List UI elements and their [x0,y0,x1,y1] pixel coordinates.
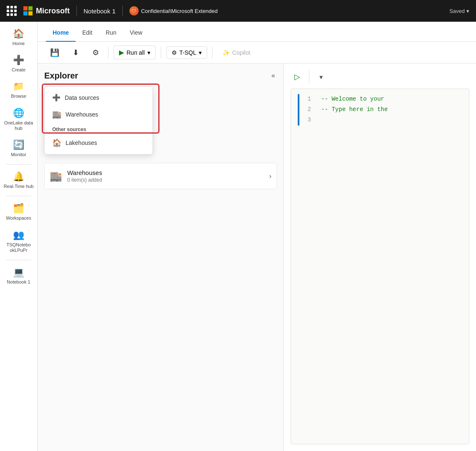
sidebar-item-home[interactable]: 🏠 Home [2,25,35,50]
sidebar-item-create-label: Create [12,67,25,73]
copilot-icon: ✨ [223,49,230,56]
shield-icon: 🛡 [129,6,139,15]
blue-bar [298,94,299,126]
sidebar-divider-3 [6,260,31,260]
code-line-2: 2 -- Type here in the [303,104,388,115]
app-grid-icon[interactable] [7,6,17,16]
code-run-button[interactable]: ▷ [291,70,304,84]
code-dropdown-button[interactable]: ▾ [314,70,328,84]
microsoft-label: Microsoft [36,7,70,15]
sidebar-item-tsqnotebook-label: TSQNotebo okLPuPr [4,242,34,253]
warehouses-list-info: Warehouses 0 item(s) added [67,169,102,183]
run-all-dropdown-icon: ▾ [147,49,150,56]
warehouses-list-title: Warehouses [67,169,102,176]
download-icon: ⬇ [73,48,79,57]
tab-edit[interactable]: Edit [76,24,99,42]
sidebar-item-onelake[interactable]: 🌐 OneLake data hub [2,104,35,134]
explorer-panel: Explorer « ➕ Data sources 🏬 Warehouses O… [38,63,284,451]
warehouses-list-left: 🏬 Warehouses 0 item(s) added [50,169,102,183]
toolbar-divider-3 [212,47,213,58]
toolbar-divider-2 [161,47,161,58]
content-area: Home Edit Run View 💾 ⬇ ⚙ ▶ Run all ▾ [38,22,476,451]
sidebar-item-browse[interactable]: 📁 Browse [2,78,35,102]
code-editor[interactable]: 1 -- Welcome to your 2 -- Type here in t… [291,89,469,444]
lakehouse-icon: 🏠 [52,138,61,147]
line-number-2: 2 [303,104,311,115]
tab-view[interactable]: View [123,24,149,42]
other-sources-label: Other sources [47,123,150,134]
data-sources-label: Data sources [65,94,99,101]
sidebar: 🏠 Home ➕ Create 📁 Browse 🌐 OneLake data … [0,22,38,451]
tsql-dropdown-icon: ▾ [199,49,202,56]
create-icon: ➕ [13,55,24,66]
code-toolbar: ▷ ▾ [291,70,469,84]
warehouses-list-icon: 🏬 [50,170,62,182]
tsql-icon: ⚙ [172,49,177,56]
code-line-1: 1 -- Welcome to your [303,94,388,104]
warehouse-icon: 🏬 [52,110,61,119]
home-icon: 🏠 [13,28,24,39]
copilot-button: ✨ Copilot [218,47,256,58]
saved-status[interactable]: Saved ▾ [449,8,469,14]
warehouses-dropdown-label: Warehouses [66,111,98,118]
tsql-button[interactable]: ⚙ T-SQL ▾ [166,46,207,59]
topbar-divider-1 [76,6,77,16]
run-all-button[interactable]: ▶ Run all ▾ [114,46,156,59]
code-play-icon: ▷ [294,72,300,81]
toolbar-divider-1 [108,47,109,58]
warehouses-dropdown-item[interactable]: 🏬 Warehouses [47,106,150,123]
dropdown-menu: ➕ Data sources 🏬 Warehouses Other source… [44,86,153,155]
warehouses-list-item[interactable]: 🏬 Warehouses 0 item(s) added › [44,163,277,189]
tab-home[interactable]: Home [46,24,76,42]
lakehouses-item[interactable]: 🏠 Lakehouses [47,134,150,152]
tab-run[interactable]: Run [99,24,123,42]
saved-label: Saved [449,8,465,14]
toolbar: 💾 ⬇ ⚙ ▶ Run all ▾ ⚙ T-SQL ▾ ✨ [38,42,476,63]
sidebar-item-onelake-label: OneLake data hub [4,120,34,131]
sidebar-item-realtime-label: Real-Time hub [4,184,34,189]
monitor-icon: 🔄 [13,139,24,150]
topbar-divider-2 [122,6,123,16]
run-all-label: Run all [127,49,145,56]
topbar: Microsoft Notebook 1 🛡 Confidential\Micr… [0,0,476,22]
sidebar-item-notebook1[interactable]: 💻 Notebook 1 [2,264,35,288]
lakehouses-label: Lakehouses [66,139,97,146]
sidebar-item-workspaces[interactable]: 🗂️ Workspaces [2,200,35,224]
explorer-title: Explorer [44,71,78,81]
sidebar-item-tsqnotebook[interactable]: 👥 TSQNotebo okLPuPr [2,226,35,256]
save-icon: 💾 [50,48,59,57]
editor-area: Explorer « ➕ Data sources 🏬 Warehouses O… [38,63,476,451]
code-toolbar-divider [309,70,309,84]
sidebar-item-create[interactable]: ➕ Create [2,51,35,76]
sidebar-item-notebook1-label: Notebook 1 [7,279,30,285]
sidebar-divider-1 [6,164,31,165]
sidebar-item-browse-label: Browse [11,94,26,99]
browse-icon: 📁 [13,81,24,92]
notebook-title: Notebook 1 [84,8,116,15]
confidential-badge: 🛡 Confidential\Microsoft Extended [129,6,218,15]
line-content-2: -- Type here in the [321,104,388,115]
settings-button[interactable]: ⚙ [88,46,103,60]
sidebar-item-monitor[interactable]: 🔄 Monitor [2,136,35,161]
sidebar-item-monitor-label: Monitor [11,152,26,157]
code-panel: ▷ ▾ 1 -- Welcome to your [284,63,476,451]
chevron-down-icon: ▾ [466,8,469,14]
sidebar-item-workspaces-label: Workspaces [6,215,31,221]
code-lines: 1 -- Welcome to your 2 -- Type here in t… [303,94,388,126]
collapse-button[interactable]: « [270,70,277,81]
data-sources-item[interactable]: ➕ Data sources [47,89,150,106]
explorer-items: 🏬 Warehouses 0 item(s) added › [44,163,277,193]
play-icon: ▶ [119,48,124,56]
tsqnotebook-icon: 👥 [13,230,24,241]
copilot-label: Copilot [232,49,251,56]
tab-bar: Home Edit Run View [38,22,476,42]
sidebar-item-home-label: Home [13,41,25,46]
main-layout: 🏠 Home ➕ Create 📁 Browse 🌐 OneLake data … [0,22,476,451]
save-button[interactable]: 💾 [46,46,63,60]
sidebar-item-realtime[interactable]: 🔔 Real-Time hub [2,168,35,193]
chevron-right-icon: › [269,172,271,180]
download-button[interactable]: ⬇ [68,46,83,60]
workspaces-icon: 🗂️ [13,203,24,214]
notebook-icon: 💻 [13,267,24,278]
explorer-header: Explorer « [44,70,277,81]
